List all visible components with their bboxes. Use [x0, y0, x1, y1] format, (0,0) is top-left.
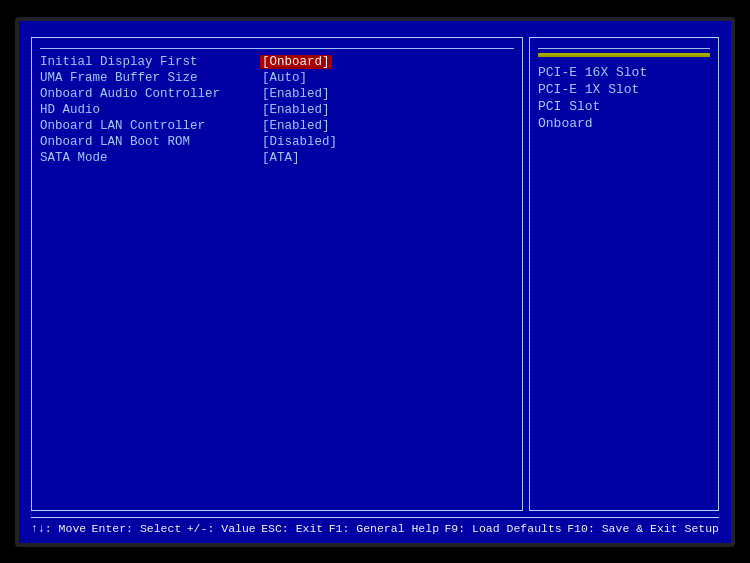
setting-row: Onboard LAN Controller[Enabled] — [40, 119, 514, 133]
setting-row: Initial Display First[Onboard] — [40, 55, 514, 69]
setting-row: HD Audio[Enabled] — [40, 103, 514, 117]
footer-f10: F10: Save & Exit Setup — [567, 522, 719, 535]
option-item: PCI Slot — [538, 99, 710, 114]
setting-label: Onboard Audio Controller — [40, 87, 260, 101]
footer-move: ↑↓: Move — [31, 522, 86, 535]
setting-row: UMA Frame Buffer Size[Auto] — [40, 71, 514, 85]
bios-screen: Initial Display First[Onboard]UMA Frame … — [15, 17, 735, 547]
setting-label: UMA Frame Buffer Size — [40, 71, 260, 85]
option-item: Onboard — [538, 116, 710, 131]
setting-row: SATA Mode[ATA] — [40, 151, 514, 165]
footer-value: +/-: Value — [187, 522, 256, 535]
setting-label: Onboard LAN Controller — [40, 119, 260, 133]
left-panel: Initial Display First[Onboard]UMA Frame … — [31, 37, 523, 511]
options-label — [538, 53, 710, 57]
footer-f1: F1: General Help — [329, 522, 439, 535]
footer-esc: ESC: Exit — [261, 522, 323, 535]
footer-f9: F9: Load Defaults — [444, 522, 561, 535]
setting-value: [Enabled] — [260, 103, 332, 117]
right-panel: PCI-E 16X SlotPCI-E 1X SlotPCI SlotOnboa… — [529, 37, 719, 511]
option-item: PCI-E 16X Slot — [538, 65, 710, 80]
setting-value: [Enabled] — [260, 119, 332, 133]
right-panel-title — [538, 44, 710, 49]
setting-label: Initial Display First — [40, 55, 260, 69]
options-list: PCI-E 16X SlotPCI-E 1X SlotPCI SlotOnboa… — [538, 65, 710, 131]
setting-label: Onboard LAN Boot ROM — [40, 135, 260, 149]
setting-value[interactable]: [Onboard] — [260, 55, 332, 69]
setting-value: [ATA] — [260, 151, 302, 165]
setting-label: HD Audio — [40, 103, 260, 117]
watermark — [40, 484, 514, 504]
setting-row: Onboard LAN Boot ROM[Disabled] — [40, 135, 514, 149]
footer-select: Enter: Select — [92, 522, 182, 535]
setting-row: Onboard Audio Controller[Enabled] — [40, 87, 514, 101]
setting-label: SATA Mode — [40, 151, 260, 165]
option-item: PCI-E 1X Slot — [538, 82, 710, 97]
setting-value: [Disabled] — [260, 135, 339, 149]
settings-table: Initial Display First[Onboard]UMA Frame … — [40, 55, 514, 165]
main-area: Initial Display First[Onboard]UMA Frame … — [31, 37, 719, 511]
setting-value: [Enabled] — [260, 87, 332, 101]
left-panel-title — [40, 44, 514, 49]
footer: ↑↓: Move Enter: Select +/-: Value ESC: E… — [31, 517, 719, 535]
setting-value: [Auto] — [260, 71, 309, 85]
